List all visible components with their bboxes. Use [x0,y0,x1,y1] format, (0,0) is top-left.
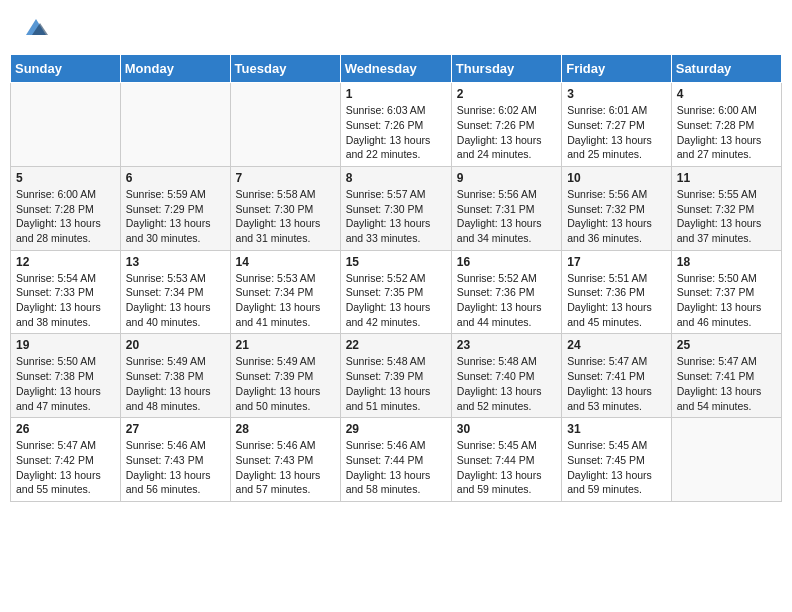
day-number: 24 [567,338,666,352]
day-number: 18 [677,255,776,269]
day-info: Sunrise: 5:54 AMSunset: 7:33 PMDaylight:… [16,271,115,330]
logo-text [20,15,50,39]
day-number: 23 [457,338,556,352]
day-info: Sunrise: 5:48 AMSunset: 7:40 PMDaylight:… [457,354,556,413]
calendar-cell: 27 Sunrise: 5:46 AMSunset: 7:43 PMDaylig… [120,418,230,502]
calendar-week-row: 5 Sunrise: 6:00 AMSunset: 7:28 PMDayligh… [11,166,782,250]
day-info: Sunrise: 6:00 AMSunset: 7:28 PMDaylight:… [677,103,776,162]
day-info: Sunrise: 5:46 AMSunset: 7:44 PMDaylight:… [346,438,446,497]
day-number: 22 [346,338,446,352]
day-info: Sunrise: 5:53 AMSunset: 7:34 PMDaylight:… [126,271,225,330]
calendar-week-row: 12 Sunrise: 5:54 AMSunset: 7:33 PMDaylig… [11,250,782,334]
day-info: Sunrise: 5:51 AMSunset: 7:36 PMDaylight:… [567,271,666,330]
weekday-header: Saturday [671,55,781,83]
day-number: 7 [236,171,335,185]
page-header [10,10,782,44]
calendar-cell: 20 Sunrise: 5:49 AMSunset: 7:38 PMDaylig… [120,334,230,418]
day-info: Sunrise: 5:52 AMSunset: 7:36 PMDaylight:… [457,271,556,330]
calendar-cell: 7 Sunrise: 5:58 AMSunset: 7:30 PMDayligh… [230,166,340,250]
weekday-header: Tuesday [230,55,340,83]
calendar-cell: 5 Sunrise: 6:00 AMSunset: 7:28 PMDayligh… [11,166,121,250]
calendar-cell: 8 Sunrise: 5:57 AMSunset: 7:30 PMDayligh… [340,166,451,250]
day-info: Sunrise: 6:01 AMSunset: 7:27 PMDaylight:… [567,103,666,162]
calendar-week-row: 26 Sunrise: 5:47 AMSunset: 7:42 PMDaylig… [11,418,782,502]
day-number: 14 [236,255,335,269]
day-info: Sunrise: 5:46 AMSunset: 7:43 PMDaylight:… [126,438,225,497]
day-info: Sunrise: 5:49 AMSunset: 7:39 PMDaylight:… [236,354,335,413]
day-number: 11 [677,171,776,185]
calendar-cell: 24 Sunrise: 5:47 AMSunset: 7:41 PMDaylig… [562,334,672,418]
day-info: Sunrise: 5:47 AMSunset: 7:41 PMDaylight:… [677,354,776,413]
calendar-cell: 10 Sunrise: 5:56 AMSunset: 7:32 PMDaylig… [562,166,672,250]
calendar-cell: 26 Sunrise: 5:47 AMSunset: 7:42 PMDaylig… [11,418,121,502]
calendar-cell: 17 Sunrise: 5:51 AMSunset: 7:36 PMDaylig… [562,250,672,334]
calendar-cell: 16 Sunrise: 5:52 AMSunset: 7:36 PMDaylig… [451,250,561,334]
calendar-cell: 6 Sunrise: 5:59 AMSunset: 7:29 PMDayligh… [120,166,230,250]
calendar-cell: 9 Sunrise: 5:56 AMSunset: 7:31 PMDayligh… [451,166,561,250]
day-info: Sunrise: 5:56 AMSunset: 7:31 PMDaylight:… [457,187,556,246]
calendar-cell [230,83,340,167]
calendar-cell: 11 Sunrise: 5:55 AMSunset: 7:32 PMDaylig… [671,166,781,250]
day-number: 27 [126,422,225,436]
day-number: 29 [346,422,446,436]
day-info: Sunrise: 5:45 AMSunset: 7:44 PMDaylight:… [457,438,556,497]
day-number: 19 [16,338,115,352]
day-info: Sunrise: 5:50 AMSunset: 7:38 PMDaylight:… [16,354,115,413]
day-number: 1 [346,87,446,101]
day-number: 25 [677,338,776,352]
day-info: Sunrise: 5:52 AMSunset: 7:35 PMDaylight:… [346,271,446,330]
calendar-cell: 31 Sunrise: 5:45 AMSunset: 7:45 PMDaylig… [562,418,672,502]
day-number: 17 [567,255,666,269]
day-info: Sunrise: 5:57 AMSunset: 7:30 PMDaylight:… [346,187,446,246]
logo-icon [22,17,50,39]
day-number: 4 [677,87,776,101]
logo [20,15,50,39]
day-info: Sunrise: 5:53 AMSunset: 7:34 PMDaylight:… [236,271,335,330]
calendar-cell: 23 Sunrise: 5:48 AMSunset: 7:40 PMDaylig… [451,334,561,418]
day-number: 30 [457,422,556,436]
day-info: Sunrise: 5:56 AMSunset: 7:32 PMDaylight:… [567,187,666,246]
day-info: Sunrise: 6:03 AMSunset: 7:26 PMDaylight:… [346,103,446,162]
day-number: 21 [236,338,335,352]
weekday-header: Sunday [11,55,121,83]
calendar-cell [11,83,121,167]
day-info: Sunrise: 6:02 AMSunset: 7:26 PMDaylight:… [457,103,556,162]
day-info: Sunrise: 5:47 AMSunset: 7:41 PMDaylight:… [567,354,666,413]
weekday-header: Thursday [451,55,561,83]
day-number: 31 [567,422,666,436]
calendar-cell [120,83,230,167]
day-number: 6 [126,171,225,185]
calendar-header-row: SundayMondayTuesdayWednesdayThursdayFrid… [11,55,782,83]
calendar-cell: 12 Sunrise: 5:54 AMSunset: 7:33 PMDaylig… [11,250,121,334]
weekday-header: Monday [120,55,230,83]
day-number: 20 [126,338,225,352]
calendar-cell: 14 Sunrise: 5:53 AMSunset: 7:34 PMDaylig… [230,250,340,334]
calendar-cell: 21 Sunrise: 5:49 AMSunset: 7:39 PMDaylig… [230,334,340,418]
day-number: 5 [16,171,115,185]
day-number: 8 [346,171,446,185]
calendar-cell: 3 Sunrise: 6:01 AMSunset: 7:27 PMDayligh… [562,83,672,167]
calendar-cell: 29 Sunrise: 5:46 AMSunset: 7:44 PMDaylig… [340,418,451,502]
day-number: 28 [236,422,335,436]
calendar-cell [671,418,781,502]
calendar-cell: 22 Sunrise: 5:48 AMSunset: 7:39 PMDaylig… [340,334,451,418]
calendar-cell: 25 Sunrise: 5:47 AMSunset: 7:41 PMDaylig… [671,334,781,418]
day-info: Sunrise: 5:55 AMSunset: 7:32 PMDaylight:… [677,187,776,246]
calendar-cell: 19 Sunrise: 5:50 AMSunset: 7:38 PMDaylig… [11,334,121,418]
day-info: Sunrise: 5:59 AMSunset: 7:29 PMDaylight:… [126,187,225,246]
day-info: Sunrise: 5:47 AMSunset: 7:42 PMDaylight:… [16,438,115,497]
day-number: 13 [126,255,225,269]
calendar-cell: 30 Sunrise: 5:45 AMSunset: 7:44 PMDaylig… [451,418,561,502]
day-number: 16 [457,255,556,269]
day-info: Sunrise: 5:58 AMSunset: 7:30 PMDaylight:… [236,187,335,246]
calendar-week-row: 19 Sunrise: 5:50 AMSunset: 7:38 PMDaylig… [11,334,782,418]
day-number: 10 [567,171,666,185]
calendar-cell: 15 Sunrise: 5:52 AMSunset: 7:35 PMDaylig… [340,250,451,334]
calendar-cell: 28 Sunrise: 5:46 AMSunset: 7:43 PMDaylig… [230,418,340,502]
calendar-cell: 4 Sunrise: 6:00 AMSunset: 7:28 PMDayligh… [671,83,781,167]
calendar-cell: 13 Sunrise: 5:53 AMSunset: 7:34 PMDaylig… [120,250,230,334]
weekday-header: Friday [562,55,672,83]
day-number: 12 [16,255,115,269]
calendar-cell: 2 Sunrise: 6:02 AMSunset: 7:26 PMDayligh… [451,83,561,167]
day-info: Sunrise: 5:45 AMSunset: 7:45 PMDaylight:… [567,438,666,497]
